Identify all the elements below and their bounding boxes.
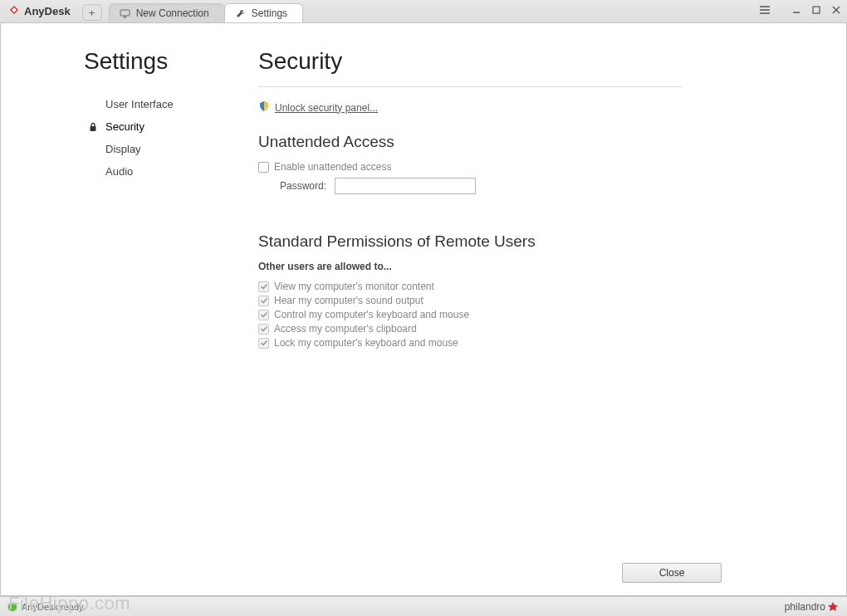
settings-page: Settings User Interface Security Display… (1, 23, 846, 550)
password-row: Password: (280, 178, 682, 194)
perm-label: View my computer's monitor content (274, 281, 434, 292)
new-tab-button[interactable]: + (82, 4, 102, 21)
settings-sidebar: Settings User Interface Security Display… (84, 48, 250, 550)
perm-label: Hear my computer's sound output (274, 295, 424, 306)
perm-checkbox[interactable] (258, 338, 269, 349)
password-input[interactable] (335, 178, 476, 194)
shield-icon (258, 100, 270, 115)
statusbar: AnyDesk ready. philandro (0, 596, 847, 616)
password-label: Password: (280, 180, 326, 192)
permissions-list: View my computer's monitor content Hear … (258, 281, 682, 349)
perm-checkbox[interactable] (258, 324, 269, 335)
perm-checkbox[interactable] (258, 281, 269, 292)
blank-icon (87, 144, 99, 155)
tab-new-connection[interactable]: New Connection (109, 3, 225, 22)
sidebar-item-audio[interactable]: Audio (84, 160, 250, 183)
titlebar: AnyDesk + New Connection Settings (0, 0, 847, 23)
perm-row-hear: Hear my computer's sound output (258, 295, 682, 306)
svg-rect-11 (91, 126, 96, 131)
perm-row-control: Control my computer's keyboard and mouse (258, 309, 682, 320)
monitor-icon (120, 7, 131, 19)
tab-label: Settings (252, 7, 287, 19)
svg-rect-3 (124, 17, 126, 18)
app-brand: AnyDesk (8, 0, 71, 22)
perm-row-view: View my computer's monitor content (258, 281, 682, 292)
unlock-security-link[interactable]: Unlock security panel... (275, 102, 378, 114)
sidebar-item-label: Audio (105, 165, 133, 178)
enable-unattended-row: Enable unattended access (258, 161, 682, 173)
close-page-button[interactable]: Close (622, 563, 722, 583)
perm-label: Control my computer's keyboard and mouse (274, 309, 469, 320)
app-name: AnyDesk (24, 5, 71, 17)
sidebar-item-label: User Interface (105, 98, 174, 110)
status-led-icon (8, 603, 17, 611)
sidebar-item-label: Security (105, 120, 144, 133)
unlock-row: Unlock security panel... (258, 100, 682, 115)
brand-icon (827, 601, 839, 613)
status-text: AnyDesk ready. (22, 602, 86, 612)
unattended-title: Unattended Access (258, 133, 682, 151)
sidebar-item-security[interactable]: Security (84, 115, 250, 138)
brand-name: philandro (785, 601, 825, 613)
wrench-icon (235, 7, 247, 19)
sidebar-item-display[interactable]: Display (84, 138, 250, 160)
enable-unattended-checkbox[interactable] (258, 162, 269, 173)
security-panel: Security Unlock security panel... Unatte… (250, 48, 682, 550)
perm-row-clipboard: Access my computer's clipboard (258, 323, 682, 335)
menu-icon[interactable] (759, 4, 771, 16)
divider (258, 86, 682, 87)
enable-unattended-label: Enable unattended access (274, 161, 391, 173)
footer-bar: Close (1, 550, 846, 595)
perm-label: Access my computer's clipboard (274, 323, 417, 335)
svg-rect-2 (120, 10, 130, 16)
tab-label: New Connection (136, 7, 209, 19)
plus-icon: + (89, 7, 95, 18)
permissions-section: Standard Permissions of Remote Users Oth… (258, 232, 682, 349)
brand-footer: philandro (785, 601, 839, 613)
blank-icon (87, 99, 99, 110)
tab-settings[interactable]: Settings (224, 3, 303, 22)
sidebar-item-user-interface[interactable]: User Interface (84, 93, 250, 115)
close-button[interactable] (830, 4, 842, 16)
svg-rect-8 (813, 7, 820, 13)
perm-checkbox[interactable] (258, 296, 269, 306)
sidebar-item-label: Display (105, 143, 141, 155)
lock-icon (87, 121, 99, 133)
perm-label: Lock my computer's keyboard and mouse (274, 337, 458, 349)
panel-title: Security (258, 48, 682, 75)
blank-icon (87, 166, 99, 178)
perm-checkbox[interactable] (258, 310, 269, 320)
minimize-button[interactable] (791, 4, 802, 16)
maximize-button[interactable] (810, 4, 822, 16)
permissions-subtitle: Other users are allowed to... (258, 261, 682, 272)
permissions-title: Standard Permissions of Remote Users (258, 232, 682, 251)
sidebar-title: Settings (84, 48, 250, 75)
content-frame: Settings User Interface Security Display… (0, 23, 847, 596)
close-button-label: Close (659, 567, 685, 579)
app-logo-icon (8, 4, 20, 18)
svg-marker-12 (828, 602, 838, 611)
perm-row-lock: Lock my computer's keyboard and mouse (258, 337, 682, 349)
window-controls (759, 0, 842, 22)
